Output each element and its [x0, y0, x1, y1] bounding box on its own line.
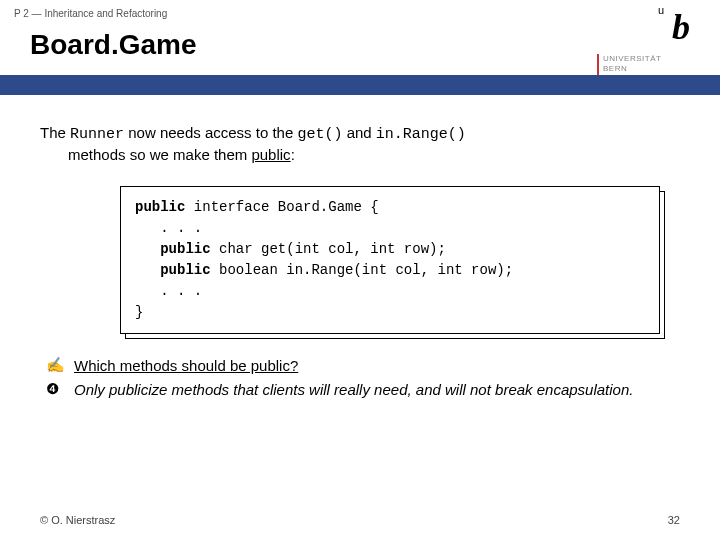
footer-copyright: © O. Nierstrasz	[40, 514, 115, 526]
logo-uni-line2: BERN	[603, 64, 702, 74]
answer-text: Only publicize methods that clients will…	[74, 380, 633, 400]
decorative-band	[0, 75, 720, 95]
logo-b-letter: b	[672, 7, 690, 47]
question-row: ✍ Which methods should be public?	[46, 356, 680, 376]
logo-uni-line1: UNIVERSITÄT	[603, 54, 702, 64]
intro-paragraph: The Runner now needs access to the get()…	[40, 123, 680, 166]
page-title: Board.Game	[30, 29, 690, 61]
answer-row: ❹ Only publicize methods that clients wi…	[46, 380, 680, 400]
book-icon: ❹	[46, 380, 74, 398]
footer-page-number: 32	[668, 514, 680, 526]
logo-u-letter: u	[658, 4, 664, 16]
question-text: Which methods should be public?	[74, 356, 298, 376]
code-block: public interface Board.Game { . . . publ…	[120, 186, 660, 334]
university-logo: u b UNIVERSITÄT BERN	[597, 6, 702, 75]
hand-writing-icon: ✍	[46, 356, 74, 374]
